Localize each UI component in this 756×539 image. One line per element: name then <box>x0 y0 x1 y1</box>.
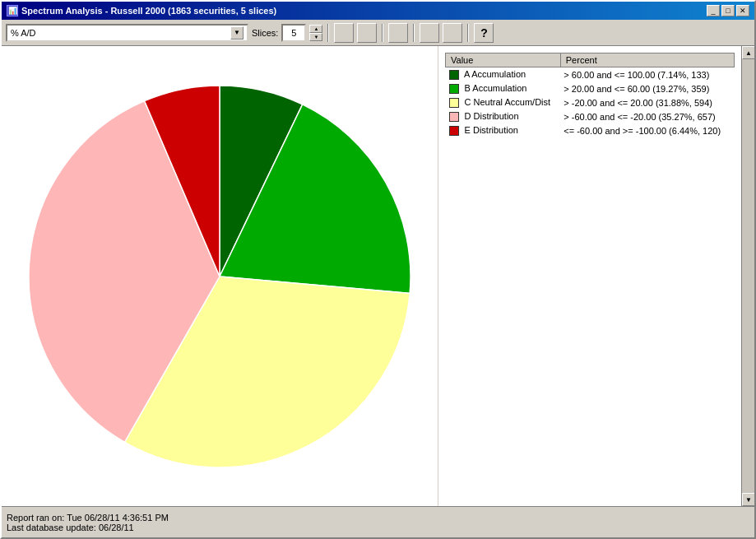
title-bar-left: 📊 Spectrum Analysis - Russell 2000 (1863… <box>7 5 276 16</box>
legend-label: D Distribution <box>465 111 519 121</box>
legend-color-cell: C Neutral Accum/Dist <box>446 95 561 109</box>
help-button[interactable]: ? <box>474 23 494 43</box>
scroll-track[interactable] <box>742 59 754 493</box>
legend-label: A Accumulation <box>464 69 526 79</box>
legend-row: A Accumulation > 60.00 and <= 100.00 (7.… <box>446 67 735 82</box>
legend-row: C Neutral Accum/Dist > -20.00 and <= 20.… <box>446 95 735 109</box>
slices-spinner: ▲ ▼ <box>309 25 322 41</box>
open-button[interactable] <box>357 23 377 43</box>
main-content: Value Percent A Accumulation > 60.00 and… <box>2 46 741 506</box>
toolbar-separator-4 <box>467 24 469 42</box>
legend-label: B Accumulation <box>465 83 527 93</box>
toolbar-separator-3 <box>413 24 415 42</box>
content-area: Value Percent A Accumulation > 60.00 and… <box>2 46 754 506</box>
legend-color-cell: E Distribution <box>446 123 561 137</box>
legend-color-cell: D Distribution <box>446 109 561 123</box>
spin-up-button[interactable]: ▲ <box>309 25 322 33</box>
slices-input[interactable]: 5 <box>281 24 306 42</box>
legend-percent-header: Percent <box>560 53 734 67</box>
legend-range: > -60.00 and <= -20.00 (35.27%, 657) <box>560 109 734 123</box>
legend-area: Value Percent A Accumulation > 60.00 and… <box>438 46 741 506</box>
status-line1: Report ran on: Tue 06/28/11 4:36:51 PM <box>7 513 749 523</box>
spin-down-button[interactable]: ▼ <box>309 33 322 41</box>
toolbar-separator-2 <box>382 24 383 42</box>
scroll-down-button[interactable]: ▼ <box>742 493 754 506</box>
legend-color-cell: B Accumulation <box>446 81 561 95</box>
title-bar: 📊 Spectrum Analysis - Russell 2000 (1863… <box>2 2 754 20</box>
legend-table: Value Percent A Accumulation > 60.00 and… <box>445 53 735 137</box>
indicator-dropdown[interactable]: % A/D ▼ <box>6 24 248 42</box>
scrollbar: ▲ ▼ <box>741 46 754 506</box>
legend-label: C Neutral Accum/Dist <box>465 97 551 107</box>
legend-row: E Distribution <= -60.00 and >= -100.00 … <box>446 123 735 137</box>
legend-color-swatch <box>449 84 459 94</box>
toolbar: % A/D ▼ Slices: 5 ▲ ▼ <box>2 20 754 46</box>
scroll-up-button[interactable]: ▲ <box>742 46 754 59</box>
dropdown-arrow-icon[interactable]: ▼ <box>230 26 243 39</box>
piechart-button[interactable] <box>388 23 408 43</box>
legend-range: > -20.00 and <= 20.00 (31.88%, 594) <box>560 95 734 109</box>
close-button[interactable]: ✕ <box>736 5 749 16</box>
legend-color-swatch <box>449 70 459 80</box>
legend-color-cell: A Accumulation <box>446 67 561 82</box>
legend-color-swatch <box>449 112 459 122</box>
legend-range: > 20.00 and <= 60.00 (19.27%, 359) <box>560 81 734 95</box>
minimize-button[interactable]: _ <box>707 5 720 16</box>
maximize-button[interactable]: □ <box>721 5 735 16</box>
legend-row: D Distribution > -60.00 and <= -20.00 (3… <box>446 109 735 123</box>
legend-row: B Accumulation > 20.00 and <= 60.00 (19.… <box>446 81 735 95</box>
pie-chart <box>18 75 421 478</box>
legend-range: > 60.00 and <= 100.00 (7.14%, 133) <box>560 67 734 82</box>
status-bar: Report ran on: Tue 06/28/11 4:36:51 PM L… <box>2 506 754 537</box>
barchart-button[interactable] <box>443 23 462 43</box>
legend-label: E Distribution <box>465 125 518 135</box>
legend-range: <= -60.00 and >= -100.00 (6.44%, 120) <box>560 123 734 137</box>
app-icon: 📊 <box>7 5 18 16</box>
legend-color-swatch <box>449 98 459 108</box>
grid-button[interactable] <box>420 23 439 43</box>
chart-area <box>2 46 438 506</box>
save-button[interactable] <box>334 23 354 43</box>
main-window: 📊 Spectrum Analysis - Russell 2000 (1863… <box>0 0 756 539</box>
slices-label: Slices: <box>252 28 278 38</box>
legend-value-header: Value <box>446 53 561 67</box>
toolbar-separator-1 <box>327 24 329 42</box>
window-title: Spectrum Analysis - Russell 2000 (1863 s… <box>21 6 276 16</box>
dropdown-value: % A/D <box>11 28 36 38</box>
status-line2: Last database update: 06/28/11 <box>7 523 749 532</box>
legend-color-swatch <box>449 126 459 136</box>
pie-chart-final <box>18 75 421 478</box>
help-icon: ? <box>480 26 488 39</box>
title-buttons: _ □ ✕ <box>707 5 749 16</box>
